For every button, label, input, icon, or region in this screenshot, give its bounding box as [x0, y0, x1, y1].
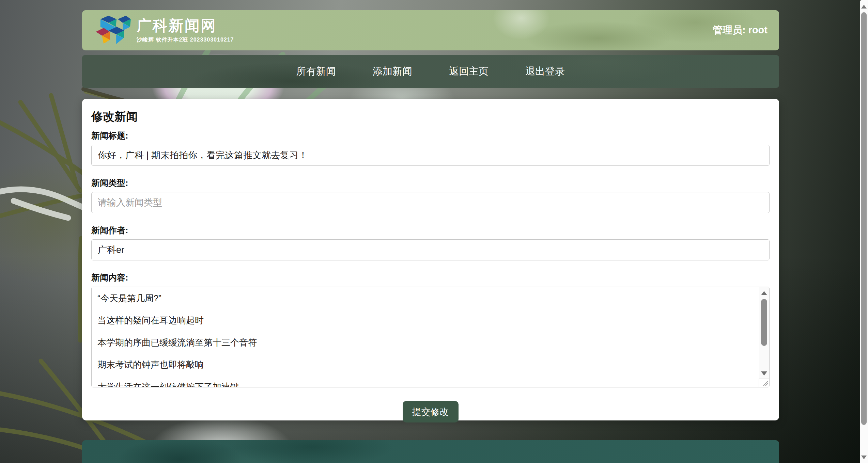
nav-item-logout[interactable]: 退出登录 [522, 63, 568, 80]
content-line: 当这样的疑问在耳边响起时 [97, 315, 756, 326]
content-line: 期末考试的钟声也即将敲响 [97, 359, 756, 370]
news-title-label: 新闻标题: [91, 130, 770, 141]
brand-text: 广科新闻网 沙峻辉 软件升本2班 2023303010217 [137, 17, 234, 44]
scroll-up-icon[interactable] [761, 291, 767, 295]
content-line: 本学期的序曲已缓缓流淌至第十三个音符 [97, 337, 756, 348]
footer-bar [82, 440, 779, 463]
page-scrollbar-track[interactable] [860, 0, 868, 463]
nav-item-all-news[interactable]: 所有新闻 [293, 63, 339, 80]
admin-user-label: 管理员: root [713, 23, 768, 37]
page-scrollbar-thumb[interactable] [861, 12, 867, 425]
nav-item-add-news[interactable]: 添加新闻 [369, 63, 416, 80]
nav-bar: 所有新闻 添加新闻 返回主页 退出登录 [82, 55, 779, 88]
news-title-input[interactable] [91, 145, 770, 166]
news-content-textarea[interactable]: “今天是第几周?” 当这样的疑问在耳边响起时 本学期的序曲已缓缓流淌至第十三个音… [91, 287, 770, 387]
news-author-input[interactable] [91, 239, 770, 260]
page-scroll-down-icon[interactable] [861, 456, 867, 459]
button-row: 提交修改 [91, 401, 770, 422]
news-author-label: 新闻作者: [91, 225, 770, 236]
scroll-down-icon[interactable] [761, 371, 767, 376]
content-line: “今天是第几周?” [97, 292, 756, 304]
site-title: 广科新闻网 [137, 17, 234, 34]
resize-grip-icon [762, 380, 768, 386]
news-type-label: 新闻类型: [91, 177, 770, 189]
form-title: 修改新闻 [91, 109, 770, 125]
edit-news-card: 修改新闻 新闻标题: 新闻类型: 新闻作者: 新闻内容: “今天是第几周?” 当… [82, 99, 779, 420]
news-type-input[interactable] [91, 192, 770, 213]
textarea-scrollbar-track[interactable] [759, 287, 769, 379]
page-scroll-up-icon[interactable] [861, 5, 867, 9]
site-logo-block[interactable]: 广科新闻网 沙峻辉 软件升本2班 2023303010217 [92, 15, 234, 46]
news-content-text: “今天是第几周?” 当这样的疑问在耳边响起时 本学期的序曲已缓缓流淌至第十三个音… [92, 287, 759, 387]
site-subtitle: 沙峻辉 软件升本2班 2023303010217 [137, 36, 234, 44]
news-content-label: 新闻内容: [91, 272, 770, 283]
site-logo-icon [92, 15, 131, 46]
nav-item-back-home[interactable]: 返回主页 [446, 63, 492, 80]
header-bar: 广科新闻网 沙峻辉 软件升本2班 2023303010217 管理员: root [82, 10, 779, 50]
content-line: 大学生活在这一刻仿佛按下了加速键 [97, 381, 756, 387]
textarea-resize-grip[interactable] [759, 379, 769, 387]
submit-edit-button[interactable]: 提交修改 [403, 401, 459, 422]
textarea-scrollbar-thumb[interactable] [761, 299, 767, 346]
